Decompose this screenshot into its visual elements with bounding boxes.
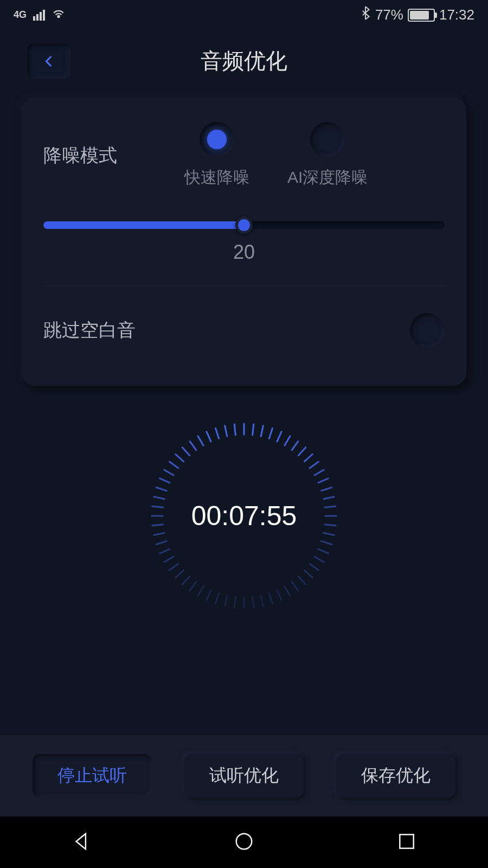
slider-track [43,221,445,229]
radio-circle-icon [200,122,234,157]
svg-line-59 [225,426,227,437]
svg-line-36 [198,586,203,596]
svg-line-29 [261,596,263,607]
svg-line-41 [164,557,174,562]
header: 音频优化 [0,30,488,92]
svg-point-61 [236,833,252,849]
svg-line-14 [324,497,335,499]
timer-display: 00:07:55 [191,500,297,532]
svg-line-54 [182,448,189,456]
svg-line-55 [190,441,196,450]
status-left: 4G [14,6,66,24]
svg-line-17 [325,525,336,526]
svg-line-42 [160,549,170,553]
svg-line-6 [285,436,290,445]
svg-line-50 [160,478,170,483]
svg-line-47 [152,506,163,507]
battery-percent: 77% [375,7,403,23]
divider [43,285,445,286]
slider-value: 20 [43,241,445,264]
system-nav-bar [0,816,488,868]
svg-line-35 [207,590,211,600]
preview-button[interactable]: 试听优化 [184,754,304,797]
noise-slider[interactable]: 20 [43,221,445,264]
svg-line-3 [261,426,263,437]
svg-line-28 [269,593,272,604]
skip-silence-label: 跳过空白音 [43,318,136,343]
svg-line-45 [152,525,163,526]
svg-line-52 [169,462,178,468]
svg-line-58 [215,428,219,438]
noise-mode-radio-group: 快速降噪 AI深度降噪 [184,122,368,189]
nav-back-icon[interactable] [71,831,92,854]
back-button[interactable] [27,43,70,79]
nav-home-icon[interactable] [234,831,254,854]
slider-fill [43,221,244,229]
svg-line-4 [269,428,272,438]
svg-rect-62 [400,834,413,848]
page-title: 音频优化 [201,46,287,76]
svg-line-7 [292,441,298,450]
svg-line-20 [318,549,328,553]
svg-line-10 [310,462,318,468]
svg-line-34 [215,593,219,604]
svg-line-33 [225,596,227,607]
svg-line-57 [207,432,211,442]
svg-line-15 [325,506,336,507]
wifi-icon [52,6,66,24]
radio-circle-icon [310,122,345,157]
svg-line-23 [304,570,312,577]
radio-fast-noise[interactable]: 快速降噪 [184,122,249,189]
svg-line-51 [164,470,174,475]
svg-line-9 [304,454,312,461]
radio-ai-noise[interactable]: AI深度降噪 [287,122,368,189]
svg-line-37 [190,582,196,590]
svg-line-48 [154,497,165,499]
bottom-action-bar: 停止试听 试听优化 保存优化 [0,735,488,816]
nav-recent-icon[interactable] [396,831,417,854]
svg-line-49 [156,487,166,490]
svg-line-18 [324,533,335,535]
signal-icon [33,10,45,21]
svg-line-44 [154,533,165,535]
svg-line-43 [156,541,166,544]
radio-ai-label: AI深度降噪 [287,167,368,189]
svg-point-0 [57,16,59,17]
svg-line-27 [277,590,281,600]
svg-line-32 [234,597,235,608]
settings-card: 降噪模式 快速降噪 AI深度降噪 20 跳过空白音 [22,98,466,386]
slider-thumb[interactable] [235,216,253,234]
skip-silence-toggle[interactable] [410,313,445,348]
svg-line-60 [234,424,235,435]
svg-line-53 [176,454,184,461]
noise-mode-row: 降噪模式 快速降噪 AI深度降噪 [43,122,445,189]
skip-silence-row: 跳过空白音 [43,313,445,348]
svg-line-2 [253,424,254,435]
clock: 17:32 [439,7,474,23]
status-right: 77% 17:32 [360,6,474,24]
noise-mode-label: 降噪模式 [43,143,152,168]
status-bar: 4G 77% 17:32 [0,0,488,30]
svg-line-5 [277,432,281,442]
svg-line-40 [169,564,178,570]
radio-fast-label: 快速降噪 [184,167,249,189]
svg-line-8 [298,448,305,456]
svg-line-12 [318,478,328,483]
svg-line-24 [298,576,305,584]
timer-dial: 00:07:55 [146,418,342,614]
stop-preview-button[interactable]: 停止试听 [33,754,152,797]
svg-line-13 [322,487,332,490]
save-button[interactable]: 保存优化 [336,754,455,797]
svg-line-11 [314,470,324,475]
svg-line-25 [292,582,298,590]
svg-line-19 [322,541,332,544]
svg-line-38 [182,576,189,584]
svg-line-56 [198,436,203,445]
battery-icon [408,9,435,22]
network-indicator: 4G [14,9,27,21]
svg-line-39 [176,570,184,577]
svg-line-30 [253,597,254,608]
timer-dial-wrap: 00:07:55 [0,418,488,614]
svg-line-21 [314,557,324,562]
svg-line-26 [285,586,290,596]
